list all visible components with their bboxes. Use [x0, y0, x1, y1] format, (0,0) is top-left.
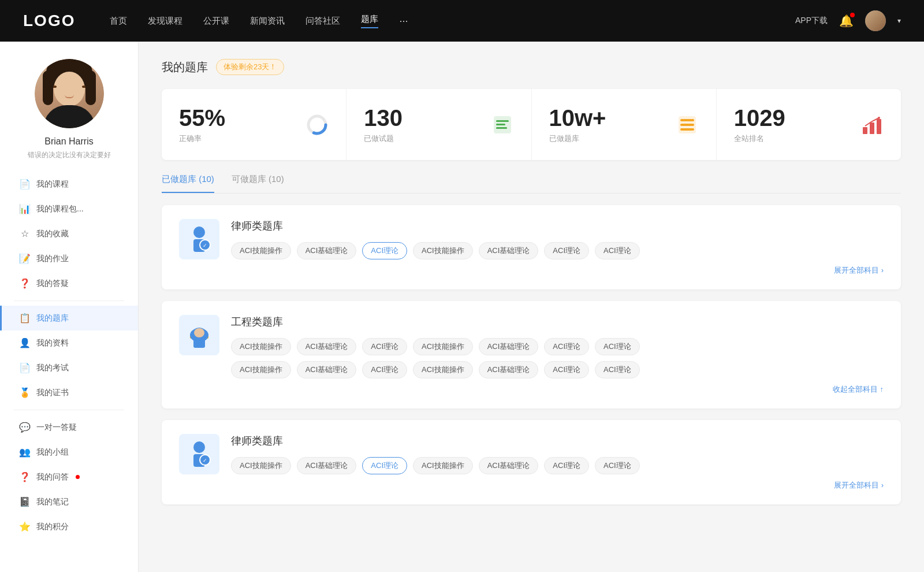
user-motto: 错误的决定比没有决定要好: [28, 150, 111, 160]
svg-rect-5: [496, 127, 507, 129]
notification-dot: [850, 13, 855, 17]
tag-eng-2-2[interactable]: ACI理论: [362, 361, 407, 378]
tags-row-engineer-1: ACI技能操作 ACI基础理论 ACI理论 ACI技能操作 ACI基础理论 AC…: [231, 338, 884, 355]
tag-eng-1-5[interactable]: ACI理论: [544, 338, 589, 355]
sidebar-item-certificate[interactable]: 🏅 我的证书: [0, 380, 138, 405]
sidebar-item-homework[interactable]: 📝 我的作业: [0, 246, 138, 271]
tag-lawyer-2-1[interactable]: ACI基础理论: [297, 457, 357, 474]
svg-point-23: [193, 441, 205, 453]
stat-done-banks-icon: [676, 113, 699, 136]
tag-lawyer-1-3[interactable]: ACI技能操作: [413, 242, 473, 259]
certificate-icon: 🏅: [19, 387, 31, 398]
stat-done-questions-label: 已做试题: [364, 133, 403, 144]
tab-available-banks[interactable]: 可做题库 (10): [232, 174, 284, 193]
qbank-icon-lawyer-2: ✓: [179, 434, 219, 474]
nav-question-bank[interactable]: 题库: [361, 14, 378, 28]
tag-lawyer-1-0[interactable]: ACI技能操作: [231, 242, 291, 259]
sidebar-item-exam[interactable]: 📄 我的考试: [0, 355, 138, 380]
stat-done-banks-left: 10w+ 已做题库: [549, 105, 606, 144]
expand-link-lawyer-1[interactable]: 展开全部科目 ›: [231, 265, 884, 276]
svg-rect-21: [193, 339, 205, 348]
qbank-title-lawyer-1: 律师类题库: [231, 219, 884, 233]
stat-done-questions-left: 130 已做试题: [364, 105, 403, 144]
tag-eng-1-4[interactable]: ACI基础理论: [479, 338, 539, 355]
tag-eng-2-6[interactable]: ACI理论: [595, 361, 640, 378]
stat-ranking-label: 全站排名: [734, 133, 785, 144]
sidebar-label-1on1: 一对一答疑: [36, 422, 77, 433]
tag-lawyer-2-2[interactable]: ACI理论: [362, 457, 407, 474]
page-header: 我的题库 体验剩余23天！: [162, 59, 901, 75]
user-avatar: [35, 59, 104, 128]
sidebar-item-notes[interactable]: 📓 我的笔记: [0, 489, 138, 514]
sidebar-item-qa[interactable]: ❓ 我的答疑: [0, 271, 138, 296]
user-avatar-nav[interactable]: [865, 10, 886, 31]
tag-eng-1-1[interactable]: ACI基础理论: [297, 338, 357, 355]
tag-eng-2-5[interactable]: ACI理论: [544, 361, 589, 378]
qbank-card-lawyer-2: ✓ 律师类题库 ACI技能操作 ACI基础理论 ACI理论 ACI技能操作 AC…: [162, 420, 901, 504]
question-bank-icon: 📋: [19, 313, 31, 324]
svg-text:✓: ✓: [203, 243, 207, 248]
courses-icon: 📄: [19, 179, 31, 190]
groups-icon: 👥: [19, 447, 31, 458]
tag-eng-1-3[interactable]: ACI技能操作: [413, 338, 473, 355]
stat-done-banks-label: 已做题库: [549, 133, 606, 144]
qbank-body-lawyer-2: 律师类题库 ACI技能操作 ACI基础理论 ACI理论 ACI技能操作 ACI基…: [231, 434, 884, 491]
sidebar-item-profile[interactable]: 👤 我的资料: [0, 330, 138, 355]
tag-lawyer-1-5[interactable]: ACI理论: [544, 242, 589, 259]
stat-ranking-icon: [860, 113, 884, 136]
tag-lawyer-2-0[interactable]: ACI技能操作: [231, 457, 291, 474]
tag-lawyer-2-3[interactable]: ACI技能操作: [413, 457, 473, 474]
tag-eng-1-0[interactable]: ACI技能操作: [231, 338, 291, 355]
sidebar-item-my-courses[interactable]: 📄 我的课程: [0, 172, 138, 196]
collapse-link-engineer[interactable]: 收起全部科目 ↑: [231, 384, 884, 395]
qbank-body-lawyer-1: 律师类题库 ACI技能操作 ACI基础理论 ACI理论 ACI技能操作 ACI基…: [231, 219, 884, 276]
qbank-title-engineer: 工程类题库: [231, 315, 884, 329]
tag-lawyer-2-6[interactable]: ACI理论: [595, 457, 640, 474]
sidebar-item-my-qa[interactable]: ❓ 我的问答: [0, 465, 138, 489]
sidebar-label-qa: 我的答疑: [36, 278, 69, 289]
nav-more[interactable]: ···: [399, 15, 408, 27]
sidebar-label-course-package: 我的课程包...: [36, 204, 84, 214]
sidebar-item-question-bank[interactable]: 📋 我的题库: [0, 306, 138, 330]
nav-open[interactable]: 公开课: [203, 16, 229, 27]
course-package-icon: 📊: [19, 203, 31, 214]
stat-accuracy-label: 正确率: [179, 133, 225, 144]
qbank-card-engineer: 工程类题库 ACI技能操作 ACI基础理论 ACI理论 ACI技能操作 ACI基…: [162, 301, 901, 408]
tag-lawyer-1-6[interactable]: ACI理论: [595, 242, 640, 259]
page-title: 我的题库: [162, 60, 208, 75]
tag-eng-2-1[interactable]: ACI基础理论: [297, 361, 357, 378]
sidebar-label-question-bank: 我的题库: [36, 313, 69, 324]
sidebar-item-points[interactable]: ⭐ 我的积分: [0, 514, 138, 539]
tag-lawyer-1-1[interactable]: ACI基础理论: [297, 242, 357, 259]
notification-bell[interactable]: 🔔: [839, 14, 854, 28]
stat-done-banks: 10w+ 已做题库: [532, 89, 717, 160]
nav-qa[interactable]: 问答社区: [305, 16, 340, 27]
tag-eng-2-0[interactable]: ACI技能操作: [231, 361, 291, 378]
profile-icon: 👤: [19, 337, 31, 348]
tag-eng-2-3[interactable]: ACI技能操作: [413, 361, 473, 378]
nav-news[interactable]: 新闻资讯: [250, 16, 285, 27]
tag-lawyer-1-2[interactable]: ACI理论: [362, 242, 407, 259]
sidebar-item-course-package[interactable]: 📊 我的课程包...: [0, 196, 138, 221]
qbank-card-lawyer-2-header: ✓ 律师类题库 ACI技能操作 ACI基础理论 ACI理论 ACI技能操作 AC…: [179, 434, 884, 491]
svg-rect-11: [870, 122, 874, 134]
tab-done-banks[interactable]: 已做题库 (10): [162, 174, 214, 193]
tag-lawyer-2-4[interactable]: ACI基础理论: [479, 457, 539, 474]
sidebar-label-exam: 我的考试: [36, 363, 69, 373]
tag-lawyer-1-4[interactable]: ACI基础理论: [479, 242, 539, 259]
sidebar-item-1on1[interactable]: 💬 一对一答疑: [0, 415, 138, 440]
tag-lawyer-2-5[interactable]: ACI理论: [544, 457, 589, 474]
tag-eng-2-4[interactable]: ACI基础理论: [479, 361, 539, 378]
expand-link-lawyer-2[interactable]: 展开全部科目 ›: [231, 480, 884, 491]
nav-home[interactable]: 首页: [110, 16, 127, 27]
sidebar-item-favorites[interactable]: ☆ 我的收藏: [0, 221, 138, 246]
tag-eng-1-2[interactable]: ACI理论: [362, 338, 407, 355]
app-download-button[interactable]: APP下载: [795, 16, 828, 26]
sidebar: Brian Harris 错误的决定比没有决定要好 📄 我的课程 📊 我的课程包…: [0, 42, 139, 572]
tags-row-lawyer-2: ACI技能操作 ACI基础理论 ACI理论 ACI技能操作 ACI基础理论 AC…: [231, 457, 884, 474]
user-menu-arrow[interactable]: ▾: [897, 17, 901, 25]
sidebar-item-groups[interactable]: 👥 我的小组: [0, 440, 138, 465]
qbank-card-engineer-header: 工程类题库 ACI技能操作 ACI基础理论 ACI理论 ACI技能操作 ACI基…: [179, 315, 884, 395]
nav-discover[interactable]: 发现课程: [148, 16, 182, 27]
tag-eng-1-6[interactable]: ACI理论: [595, 338, 640, 355]
